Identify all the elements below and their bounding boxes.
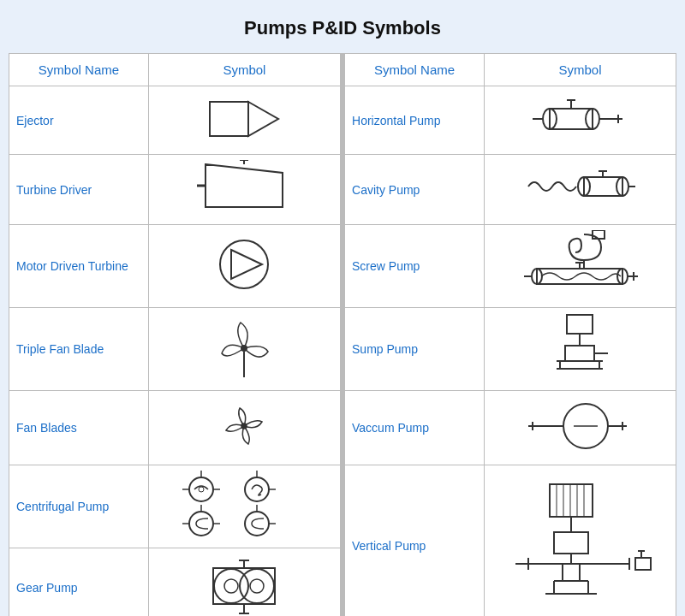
left-symbol-1: [148, 86, 340, 155]
svg-rect-72: [554, 532, 588, 554]
table-row: Motor Driven Turbine Screw Pump: [9, 225, 676, 308]
left-symbol-header: Symbol: [148, 54, 340, 86]
left-symbol-3: [148, 225, 340, 308]
svg-rect-22: [593, 230, 605, 239]
svg-marker-10: [206, 164, 283, 207]
svg-point-55: [245, 477, 269, 501]
left-symbol-5: [148, 391, 340, 465]
right-name-3: Screw Pump: [345, 225, 485, 308]
left-symbol-6: [148, 465, 340, 548]
right-symbol-5: [484, 391, 676, 465]
right-name-2: Cavity Pump: [345, 155, 485, 225]
right-name-header: Symbol Name: [345, 54, 485, 86]
left-symbol-7: [148, 548, 340, 617]
table-header: Symbol Name Symbol Symbol Name Symbol: [9, 54, 676, 86]
svg-point-90: [250, 579, 264, 593]
table-row: Centrifugal Pump: [9, 465, 676, 548]
table-row: Fan Blades Vaccum Pump: [9, 391, 676, 465]
svg-point-58: [189, 512, 213, 536]
right-symbol-1: [484, 86, 676, 155]
svg-rect-0: [210, 102, 248, 136]
right-symbol-6: [484, 465, 676, 617]
right-name-6: Vertical Pump: [345, 465, 485, 617]
right-symbol-2: [484, 155, 676, 225]
svg-rect-36: [565, 346, 594, 361]
right-symbol-header: Symbol: [484, 54, 676, 86]
svg-point-62: [245, 512, 269, 536]
left-name-5: Fan Blades: [9, 391, 149, 465]
svg-rect-95: [213, 568, 275, 604]
table-row: Turbine Driver Cavity Pump: [9, 155, 676, 225]
right-symbol-4: [484, 308, 676, 391]
right-name-5: Vaccum Pump: [345, 391, 485, 465]
svg-point-88: [240, 569, 274, 603]
right-symbol-3: [484, 225, 676, 308]
left-name-4: Triple Fan Blade: [9, 308, 149, 391]
svg-marker-21: [231, 250, 262, 279]
left-name-header: Symbol Name: [9, 54, 149, 86]
right-name-4: Sump Pump: [345, 308, 485, 391]
left-name-7: Gear Pump: [9, 548, 149, 617]
left-symbol-4: [148, 308, 340, 391]
left-name-1: Ejector: [9, 86, 149, 155]
svg-point-87: [214, 569, 248, 603]
svg-rect-77: [635, 558, 651, 570]
table-row: Triple Fan Blade Sump Pump: [9, 308, 676, 391]
left-symbol-2: [148, 155, 340, 225]
svg-point-54: [199, 487, 204, 492]
table-row: Ejector Horizontal Pump: [9, 86, 676, 155]
left-name-6: Centrifugal Pump: [9, 465, 149, 548]
svg-point-89: [224, 579, 238, 593]
page-title: Pumps P&ID Symbols: [244, 17, 441, 39]
left-name-2: Turbine Driver: [9, 155, 149, 225]
svg-marker-1: [248, 102, 278, 136]
right-name-1: Horizontal Pump: [345, 86, 485, 155]
symbols-table: Symbol Name Symbol Symbol Name Symbol Ej…: [9, 53, 676, 616]
svg-rect-34: [567, 315, 593, 334]
left-name-3: Motor Driven Turbine: [9, 225, 149, 308]
svg-point-50: [189, 477, 213, 501]
